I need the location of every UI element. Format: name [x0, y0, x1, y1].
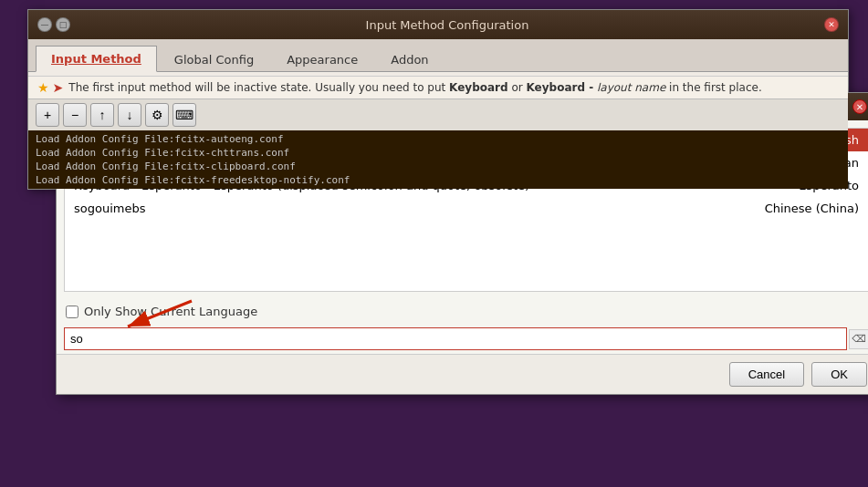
tab-addon[interactable]: Addon [375, 47, 444, 72]
ok-button[interactable]: OK [811, 362, 867, 387]
only-current-language-checkbox[interactable] [66, 306, 78, 318]
cancel-button[interactable]: Cancel [729, 362, 804, 387]
settings-button[interactable]: ⚙ [145, 103, 169, 127]
list-item[interactable]: sogouimebs Chinese (China) [65, 197, 868, 220]
main-title-bar: — □ Input Method Configuration ✕ [28, 10, 848, 39]
terminal-line: Load Addon Config File:fcitx-freedesktop… [28, 173, 848, 187]
list-item-name: sogouimebs [74, 202, 765, 215]
tabs-bar: Input Method Global Config Appearance Ad… [28, 39, 848, 72]
search-area: ⌫ [57, 324, 868, 354]
close-button[interactable]: ✕ [824, 17, 839, 32]
move-up-button[interactable]: ↑ [90, 103, 114, 127]
dialog-close-button[interactable]: ✕ [852, 99, 867, 114]
star-icon: ★ [37, 80, 49, 95]
tab-appearance[interactable]: Appearance [271, 47, 373, 72]
dialog-buttons: Cancel OK [57, 354, 868, 394]
only-current-language-label: Only Show Current Language [84, 305, 257, 318]
tab-global-config[interactable]: Global Config [159, 47, 269, 72]
toolbar-bar: + − ↑ ↓ ⚙ ⌨ [28, 98, 848, 130]
minimize-button[interactable]: — [37, 17, 52, 32]
tab-input-method[interactable]: Input Method [36, 46, 157, 72]
move-down-button[interactable]: ↓ [118, 103, 141, 127]
search-input[interactable] [64, 327, 847, 350]
list-item-lang: Chinese (China) [765, 202, 859, 215]
search-clear-button[interactable]: ⌫ [849, 329, 868, 349]
main-window: — □ Input Method Configuration ✕ Input M… [27, 9, 849, 190]
remove-button[interactable]: − [63, 103, 87, 127]
add-button[interactable]: + [36, 103, 59, 127]
checkbox-area: Only Show Current Language [57, 299, 868, 324]
terminal-line: Load Addon Config File:fcitx-autoeng.con… [28, 132, 848, 146]
arrow-icon: ➤ [53, 80, 64, 95]
keyboard-button[interactable]: ⌨ [173, 103, 196, 127]
window-controls: — □ [37, 17, 70, 32]
info-text: The first input method will be inactive … [68, 81, 761, 94]
maximize-button[interactable]: □ [56, 17, 70, 32]
terminal-line: Load Addon Config File:fcitx-chttrans.co… [28, 146, 848, 160]
window-close-area: ✕ [824, 17, 839, 32]
info-bar: ★ ➤ The first input method will be inact… [28, 76, 848, 98]
terminal-line: Load Addon Config File:fcitx-clipboard.c… [28, 160, 848, 173]
main-title: Input Method Configuration [70, 18, 824, 32]
